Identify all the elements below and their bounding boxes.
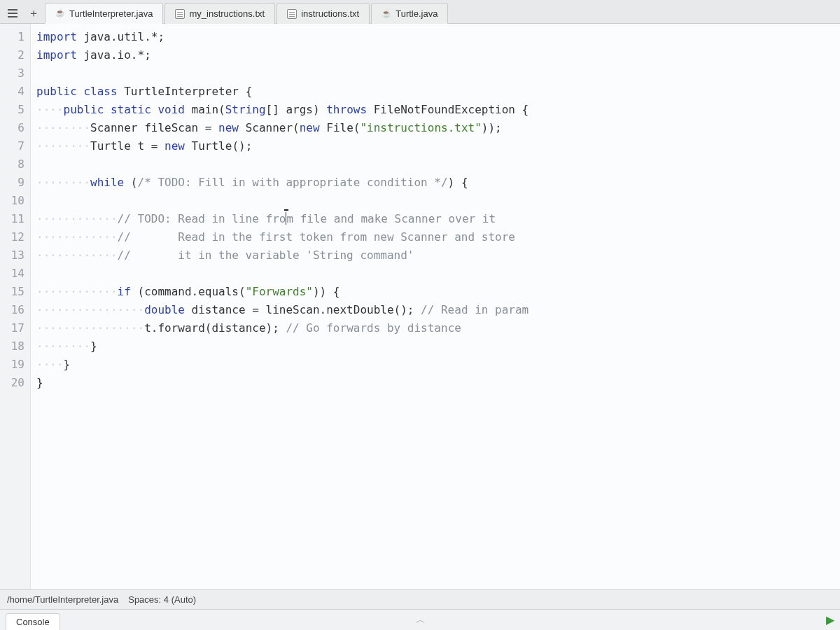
line-number: 19: [0, 356, 24, 374]
tab-bar: ＋ ☕ TurtleInterpreter.java my_instructio…: [0, 0, 840, 24]
line-number: 14: [0, 265, 24, 283]
line-number: 20: [0, 374, 24, 392]
code-line[interactable]: [36, 192, 840, 210]
code-line[interactable]: ············// it in the variable 'Strin…: [36, 246, 840, 265]
line-number: 11: [0, 210, 24, 228]
line-number: 9: [0, 174, 24, 192]
line-number: 15: [0, 283, 24, 301]
console-tab[interactable]: Console: [6, 613, 60, 630]
chevron-up-icon[interactable]: ︿: [416, 614, 424, 626]
text-file-icon: [287, 9, 297, 19]
text-caret: [286, 212, 286, 225]
code-line[interactable]: [36, 64, 840, 83]
console-bar: Console ︿ ▶: [0, 609, 840, 630]
code-line[interactable]: ············if (command.equals("Forwards…: [36, 283, 840, 301]
status-file-path: /home/TurtleInterpreter.java: [7, 594, 118, 605]
code-area[interactable]: import java.util.*;import java.io.*;publ…: [31, 24, 840, 589]
line-number: 6: [0, 119, 24, 137]
code-line[interactable]: [36, 265, 840, 283]
line-number: 2: [0, 46, 24, 64]
line-number: 1: [0, 28, 24, 46]
line-number: 7: [0, 137, 24, 155]
new-tab-button[interactable]: ＋: [24, 4, 43, 23]
hamburger-icon[interactable]: [3, 4, 22, 23]
tab-turtle[interactable]: ☕ Turtle.java: [371, 3, 448, 24]
console-tab-label: Console: [16, 617, 50, 627]
code-line[interactable]: ················t.forward(distance); // …: [36, 319, 840, 337]
line-number-gutter: 1234567891011121314151617181920: [0, 24, 31, 589]
line-number: 8: [0, 155, 24, 174]
line-number: 13: [0, 246, 24, 265]
code-line[interactable]: ············// TODO: Read in line from f…: [36, 210, 840, 228]
svg-rect-0: [8, 9, 18, 10]
tab-my-instructions[interactable]: my_instructions.txt: [164, 3, 275, 24]
code-line[interactable]: ····}: [36, 356, 840, 374]
code-line[interactable]: ········Scanner fileScan = new Scanner(n…: [36, 119, 840, 137]
code-line[interactable]: ················double distance = lineSc…: [36, 301, 840, 319]
text-file-icon: [175, 9, 185, 19]
line-number: 16: [0, 301, 24, 319]
line-number: 17: [0, 319, 24, 337]
status-indent-setting[interactable]: Spaces: 4 (Auto): [128, 594, 196, 605]
java-file-icon: ☕: [55, 8, 65, 18]
java-file-icon: ☕: [382, 9, 391, 19]
code-line[interactable]: }: [36, 374, 840, 392]
tab-label: instructions.txt: [301, 8, 359, 19]
run-button-icon[interactable]: ▶: [826, 613, 834, 626]
code-line[interactable]: ········}: [36, 337, 840, 356]
line-number: 3: [0, 64, 24, 83]
tab-label: TurtleInterpreter.java: [69, 8, 153, 19]
line-number: 10: [0, 192, 24, 210]
code-editor[interactable]: 1234567891011121314151617181920 import j…: [0, 24, 840, 589]
tab-turtleinterpreter[interactable]: ☕ TurtleInterpreter.java: [45, 3, 163, 24]
line-number: 4: [0, 83, 24, 101]
svg-rect-2: [8, 16, 18, 18]
line-number: 5: [0, 101, 24, 119]
tab-instructions[interactable]: instructions.txt: [276, 3, 370, 24]
line-number: 18: [0, 337, 24, 356]
tab-label: Turtle.java: [396, 8, 438, 19]
code-line[interactable]: import java.util.*;: [36, 28, 840, 46]
code-line[interactable]: public class TurtleInterpreter {: [36, 83, 840, 101]
code-line[interactable]: ········Turtle t = new Turtle();: [36, 137, 840, 155]
code-line[interactable]: ············// Read in the first token f…: [36, 228, 840, 246]
code-line[interactable]: import java.io.*;: [36, 46, 840, 64]
code-line[interactable]: ····public static void main(String[] arg…: [36, 101, 840, 119]
code-line[interactable]: ········while (/* TODO: Fill in with app…: [36, 174, 840, 192]
status-bar: /home/TurtleInterpreter.java Spaces: 4 (…: [0, 589, 840, 609]
tab-label: my_instructions.txt: [189, 8, 265, 19]
code-line[interactable]: [36, 155, 840, 174]
svg-rect-1: [8, 13, 18, 14]
line-number: 12: [0, 228, 24, 246]
